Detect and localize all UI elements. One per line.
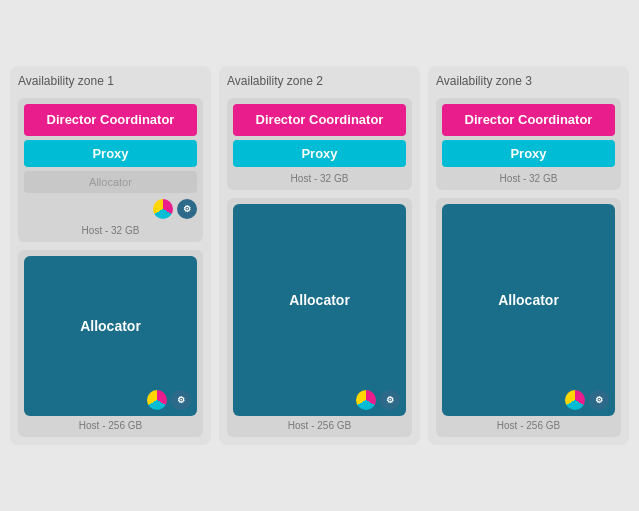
allocator-icons-row-3: ⚙ [565, 390, 609, 410]
color-wheel-icon-large[interactable] [565, 390, 585, 410]
director-block-2: Director Coordinator [233, 104, 406, 137]
settings-icon[interactable]: ⚙ [177, 199, 197, 219]
host-label-large-3: Host - 256 GB [442, 420, 615, 431]
color-wheel-icon[interactable] [153, 199, 173, 219]
allocator-wrapper-2: Allocator⚙Host - 256 GB [227, 198, 412, 437]
settings-icon-large[interactable]: ⚙ [589, 390, 609, 410]
settings-icon-large[interactable]: ⚙ [171, 390, 191, 410]
host-card-2: Director CoordinatorProxyHost - 32 GB [227, 98, 412, 191]
host-card-1: Director CoordinatorProxyAllocator⚙Host … [18, 98, 203, 243]
allocator-large-1: Allocator⚙ [24, 256, 197, 416]
proxy-block-2: Proxy [233, 140, 406, 167]
host-label-small-3: Host - 32 GB [442, 173, 615, 184]
allocator-icons-row-1: ⚙ [147, 390, 191, 410]
proxy-block-1: Proxy [24, 140, 197, 167]
color-wheel-icon-large[interactable] [147, 390, 167, 410]
settings-icon-large[interactable]: ⚙ [380, 390, 400, 410]
director-block-3: Director Coordinator [442, 104, 615, 137]
color-wheel-icon-large[interactable] [356, 390, 376, 410]
zone-2: Availability zone 2Director CoordinatorP… [219, 66, 420, 446]
zone-title-2: Availability zone 2 [227, 74, 412, 88]
zone-3: Availability zone 3Director CoordinatorP… [428, 66, 629, 446]
host-label-large-1: Host - 256 GB [24, 420, 197, 431]
director-block-1: Director Coordinator [24, 104, 197, 137]
allocator-icons-row-2: ⚙ [356, 390, 400, 410]
allocator-large-2: Allocator⚙ [233, 204, 406, 416]
allocator-label-2: Allocator [241, 292, 398, 308]
host-label-large-2: Host - 256 GB [233, 420, 406, 431]
host-label-small-2: Host - 32 GB [233, 173, 406, 184]
host-icons-row-1: ⚙ [24, 199, 197, 219]
host-label-small-1: Host - 32 GB [24, 225, 197, 236]
proxy-block-3: Proxy [442, 140, 615, 167]
zones-container: Availability zone 1Director CoordinatorP… [10, 66, 629, 446]
zone-title-1: Availability zone 1 [18, 74, 203, 88]
allocator-label-3: Allocator [450, 292, 607, 308]
allocator-wrapper-3: Allocator⚙Host - 256 GB [436, 198, 621, 437]
zone-1: Availability zone 1Director CoordinatorP… [10, 66, 211, 446]
allocator-wrapper-1: Allocator⚙Host - 256 GB [18, 250, 203, 437]
allocator-small-1: Allocator [24, 171, 197, 193]
allocator-large-3: Allocator⚙ [442, 204, 615, 416]
allocator-label-1: Allocator [32, 318, 189, 334]
zone-title-3: Availability zone 3 [436, 74, 621, 88]
host-card-3: Director CoordinatorProxyHost - 32 GB [436, 98, 621, 191]
